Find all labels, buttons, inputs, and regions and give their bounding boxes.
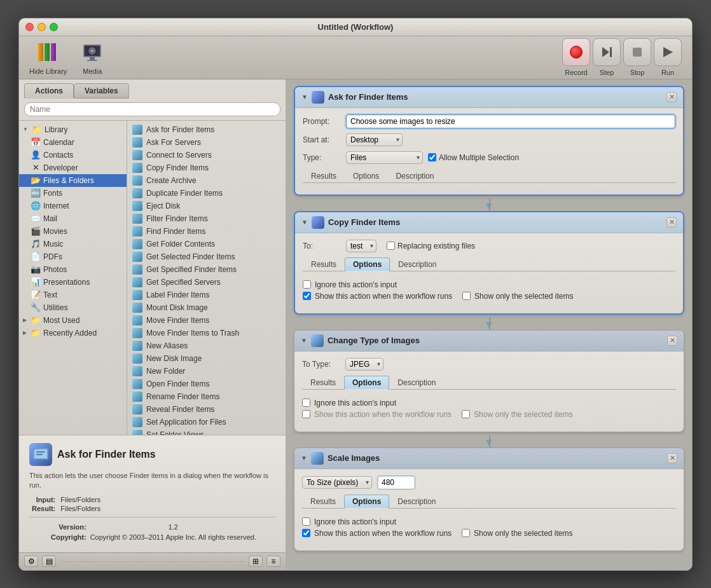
action-get-selected-finder-items[interactable]: Get Selected Finder Items — [127, 250, 286, 263]
tab-results-copy[interactable]: Results — [303, 257, 345, 271]
sidebar-item-presentations[interactable]: 📊 Presentations — [19, 276, 127, 289]
step-button[interactable]: Step — [593, 38, 621, 76]
allow-multiple-checkbox[interactable] — [428, 153, 436, 161]
tab-description-change[interactable]: Description — [389, 376, 444, 390]
to-type-select[interactable]: JPEG PNG TIFF GIF — [345, 358, 383, 371]
info-panel: Ask for Finder Items This action lets th… — [19, 435, 286, 552]
sidebar-item-recently-added[interactable]: ▶ 📁 Recently Added — [19, 327, 127, 339]
sidebar-item-files-folders[interactable]: 📂 Files & Folders — [19, 174, 127, 187]
record-button[interactable]: Record — [562, 38, 590, 76]
tab-description-copy[interactable]: Description — [390, 257, 445, 271]
card-scale-images-close[interactable]: ✕ — [667, 453, 677, 463]
action-eject-disk[interactable]: Eject Disk — [127, 200, 286, 212]
tab-results-change[interactable]: Results — [302, 376, 344, 390]
action-filter-finder-items[interactable]: Filter Finder Items — [127, 212, 286, 225]
action-open-finder-items[interactable]: Open Finder Items — [127, 378, 286, 390]
sidebar-item-text[interactable]: 📝 Text — [19, 289, 127, 301]
tab-options-ask[interactable]: Options — [345, 169, 387, 183]
settings-button[interactable]: ⚙ — [24, 556, 38, 567]
type-select[interactable]: Files Folders Files and Folders — [346, 151, 423, 164]
show-only-checkbox-scale[interactable] — [462, 529, 470, 537]
show-action-checkbox-scale[interactable] — [302, 529, 310, 537]
sidebar-item-movies[interactable]: 🎬 Movies — [19, 225, 127, 238]
ignore-input-checkbox-copy[interactable] — [303, 280, 311, 289]
card-change-type-images-close[interactable]: ✕ — [667, 336, 677, 346]
list-view-button[interactable]: ▤ — [42, 556, 56, 567]
card-scale-expand-icon[interactable]: ▼ — [301, 455, 307, 462]
action-move-finder-items-to-trash[interactable]: Move Finder Items to Trash — [127, 327, 286, 339]
connector-arrow-3: ▼ — [484, 437, 494, 448]
scale-select[interactable]: To Size (pixels) By Percentage — [302, 476, 372, 489]
card-ask-finder-items-close[interactable]: ✕ — [666, 92, 677, 102]
tab-description-ask[interactable]: Description — [387, 169, 442, 183]
search-input[interactable] — [24, 102, 280, 116]
start-at-select[interactable]: Desktop Home Documents — [346, 133, 403, 146]
to-select[interactable]: test — [346, 240, 376, 252]
action-duplicate-finder-items[interactable]: Duplicate Finder Items — [127, 187, 286, 200]
action-new-folder[interactable]: New Folder — [127, 365, 286, 378]
tab-options-scale[interactable]: Options — [344, 495, 389, 509]
tab-results-ask[interactable]: Results — [303, 169, 345, 183]
action-icon — [132, 175, 142, 186]
show-only-checkbox-copy[interactable] — [462, 292, 471, 300]
minimize-button[interactable] — [38, 23, 46, 31]
sidebar-item-mail[interactable]: ✉️ Mail — [19, 212, 127, 225]
ignore-input-checkbox-scale[interactable] — [302, 517, 310, 526]
close-button[interactable] — [25, 23, 34, 31]
icon-view-button[interactable]: ⊞ — [249, 556, 263, 567]
maximize-button[interactable] — [50, 23, 58, 31]
action-set-folder-views[interactable]: Set Folder Views — [127, 428, 286, 435]
action-get-specified-servers[interactable]: Get Specified Servers — [127, 276, 286, 289]
action-get-specified-finder-items[interactable]: Get Specified Finder Items — [127, 263, 286, 276]
sidebar-item-pdfs[interactable]: 📄 PDFs — [19, 250, 127, 263]
sidebar-item-library[interactable]: ▼ 📁 Library — [19, 123, 127, 136]
card-change-expand-icon[interactable]: ▼ — [301, 337, 307, 344]
action-ask-for-servers[interactable]: Ask For Servers — [127, 136, 286, 149]
sidebar-item-internet[interactable]: 🌐 Internet — [19, 200, 127, 212]
action-new-aliases[interactable]: New Aliases — [127, 339, 286, 352]
action-mount-disk-image[interactable]: Mount Disk Image — [127, 301, 286, 314]
action-get-folder-contents[interactable]: Get Folder Contents — [127, 238, 286, 250]
action-new-disk-image[interactable]: New Disk Image — [127, 352, 286, 365]
to-type-row: To Type: JPEG PNG TIFF GIF — [302, 358, 676, 371]
card-copy-expand-icon[interactable]: ▼ — [301, 219, 308, 226]
detail-view-button[interactable]: ≡ — [266, 556, 280, 567]
sidebar-item-photos[interactable]: 📷 Photos — [19, 263, 127, 276]
sidebar-item-developer[interactable]: ✕ Developer — [19, 161, 127, 174]
prompt-input[interactable] — [346, 114, 675, 128]
action-create-archive[interactable]: Create Archive — [127, 174, 286, 187]
action-find-finder-items[interactable]: Find Finder Items — [127, 225, 286, 238]
hide-library-button[interactable]: Hide Library — [29, 39, 67, 75]
ignore-input-checkbox-change[interactable] — [302, 399, 310, 407]
action-copy-finder-items[interactable]: Copy Finder Items — [127, 161, 286, 174]
action-reveal-finder-items[interactable]: Reveal Finder Items — [127, 403, 286, 416]
tab-variables[interactable]: Variables — [74, 83, 129, 99]
action-move-finder-items[interactable]: Move Finder Items — [127, 314, 286, 327]
scale-value-input[interactable] — [377, 475, 415, 489]
run-button[interactable]: Run — [654, 38, 682, 76]
replacing-checkbox[interactable] — [387, 242, 395, 250]
show-action-checkbox-copy[interactable] — [303, 292, 311, 300]
tab-options-change[interactable]: Options — [344, 376, 389, 390]
sidebar-item-utilities[interactable]: 🔧 Utilities — [19, 301, 127, 314]
show-action-checkbox-change[interactable] — [302, 410, 310, 418]
action-ask-finder-items[interactable]: Ask for Finder Items — [127, 123, 286, 136]
sidebar-item-most-used[interactable]: ▶ 📁 Most Used — [19, 314, 127, 327]
tab-description-scale[interactable]: Description — [389, 495, 444, 509]
sidebar-item-fonts[interactable]: 🔤 Fonts — [19, 187, 127, 200]
action-rename-finder-items[interactable]: Rename Finder Items — [127, 390, 286, 403]
media-button[interactable]: Media — [79, 39, 105, 75]
sidebar-item-contacts[interactable]: 👤 Contacts — [19, 149, 127, 161]
tab-actions[interactable]: Actions — [24, 83, 74, 99]
card-copy-finder-items-close[interactable]: ✕ — [666, 217, 677, 228]
action-label-finder-items[interactable]: Label Finder Items — [127, 289, 286, 301]
tab-options-copy[interactable]: Options — [345, 257, 390, 271]
action-set-application-for-files[interactable]: Set Application for Files — [127, 416, 286, 428]
sidebar-item-calendar[interactable]: 📅 Calendar — [19, 136, 127, 149]
card-expand-icon[interactable]: ▼ — [301, 93, 308, 100]
show-only-checkbox-change[interactable] — [462, 410, 470, 418]
sidebar-item-music[interactable]: 🎵 Music — [19, 238, 127, 250]
action-connect-to-servers[interactable]: Connect to Servers — [127, 149, 286, 161]
tab-results-scale[interactable]: Results — [302, 495, 344, 509]
stop-button[interactable]: Stop — [623, 38, 651, 76]
